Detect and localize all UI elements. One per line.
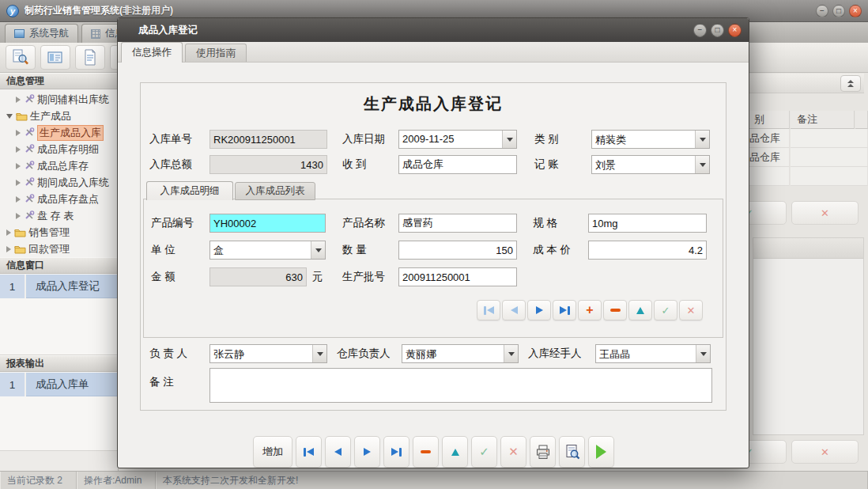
document-button[interactable] (75, 45, 105, 70)
inbound-date-select[interactable]: 2009-11-25 (398, 130, 517, 149)
dropdown-button[interactable] (502, 131, 516, 148)
info-card-icon (47, 50, 64, 66)
spec-field[interactable] (588, 214, 707, 233)
bg-table-header-remark: 备注 (791, 111, 855, 129)
add-button[interactable]: 增加 (253, 436, 292, 468)
add-record-button[interactable]: + (578, 300, 602, 320)
expand-icon[interactable] (16, 163, 21, 169)
batch-field[interactable] (398, 267, 517, 286)
expand-icon[interactable] (16, 213, 21, 219)
expand-icon[interactable] (16, 97, 21, 103)
expand-icon[interactable] (16, 146, 21, 153)
tree-item-stock-detail[interactable]: 成品库存明细 (0, 141, 119, 157)
category-select[interactable]: 精装类 (591, 130, 710, 149)
nav-prev-button[interactable] (502, 300, 526, 320)
row-label: 成品入库登记 (26, 275, 119, 298)
tree-item-inventory-table[interactable]: 盘 存 表 (0, 207, 119, 224)
expand-icon[interactable] (6, 229, 11, 236)
dropdown-button[interactable] (695, 131, 709, 148)
info-window-row[interactable]: 1 成品入库登记 (0, 275, 119, 298)
print-button[interactable] (530, 436, 556, 468)
tree-item-period-inbound-stat[interactable]: 期间成品入库统 (0, 174, 119, 191)
amount-field[interactable] (209, 267, 307, 286)
tree-item-period-aux-out[interactable]: 期间辅料出库统 (0, 91, 119, 108)
bookkeeper-select[interactable]: 刘景 (591, 155, 710, 174)
main-maximize-button[interactable]: □ (832, 5, 845, 17)
cancel-button[interactable]: ✕ (500, 436, 526, 468)
dropdown-button[interactable] (312, 345, 326, 362)
collapse-panel-button[interactable] (840, 75, 861, 92)
run-button[interactable] (588, 436, 614, 468)
info-card-button[interactable] (40, 45, 70, 70)
prev-button[interactable] (325, 436, 351, 468)
tab-user-guide[interactable]: 使用指南 (185, 44, 247, 62)
delete-button[interactable] (413, 436, 439, 468)
nav-first-button[interactable] (477, 300, 500, 320)
nav-last-button[interactable] (553, 300, 576, 320)
tree-item-sales-mgmt[interactable]: 销售管理 (0, 224, 119, 241)
tree-item-finished-inbound[interactable]: 生产成品入库 (0, 124, 119, 141)
dialog-minimize-button[interactable]: − (693, 24, 707, 37)
dropdown-button[interactable] (695, 156, 709, 173)
warehouse-manager-label: 仓库负责人 (337, 344, 391, 363)
quantity-field[interactable] (398, 241, 517, 260)
dialog-toolbar: 增加 ✓ ✕ (253, 436, 614, 468)
tool-icon (24, 194, 35, 204)
dropdown-button[interactable] (504, 345, 518, 362)
warehouse-manager-select[interactable]: 黄丽娜 (402, 344, 519, 363)
tree-item-total-stock[interactable]: 成品总库存 (0, 157, 119, 174)
receive-field[interactable] (398, 155, 517, 174)
dropdown-button[interactable] (311, 241, 325, 259)
expand-icon[interactable] (6, 246, 11, 252)
tab-detail[interactable]: 入库成品明细 (146, 181, 233, 200)
bg-table-cell (791, 167, 868, 186)
dialog-maximize-button[interactable]: □ (711, 24, 724, 37)
expand-icon[interactable] (16, 180, 21, 186)
first-button[interactable] (296, 436, 322, 468)
collapse-icon[interactable] (6, 114, 13, 119)
total-amount-field[interactable] (209, 155, 327, 174)
remark-field[interactable] (209, 368, 712, 403)
dropdown-button[interactable] (696, 345, 710, 362)
main-minimize-button[interactable]: − (816, 5, 828, 17)
bg-cancel-button[interactable]: ✕ (791, 201, 859, 225)
tree-item-production-finished[interactable]: 生产成品 (0, 108, 119, 124)
manager-select[interactable]: 张云静 (209, 344, 327, 363)
print-preview-icon (564, 444, 580, 460)
folder-icon (14, 244, 26, 254)
category-value: 精装类 (592, 131, 695, 148)
expand-icon[interactable] (16, 196, 21, 203)
unit-select[interactable]: 盒 (209, 241, 326, 260)
nav-next-button[interactable] (527, 300, 551, 320)
order-no-field[interactable] (209, 130, 327, 149)
edit-button[interactable] (442, 436, 468, 468)
dialog-close-button[interactable]: × (728, 24, 742, 37)
manager-label: 负 责 人 (149, 344, 187, 363)
tab-list[interactable]: 入库成品列表 (235, 182, 315, 200)
cancel-record-button[interactable]: ✕ (679, 300, 703, 320)
main-close-button[interactable]: × (849, 5, 862, 17)
next-button[interactable] (354, 436, 380, 468)
tab-info-operation[interactable]: 信息操作 (121, 42, 183, 63)
print-preview-button[interactable] (559, 436, 585, 468)
tab-system-nav[interactable]: 系统导航 (5, 24, 78, 43)
tree-item-stock-check[interactable]: 成品库存盘点 (0, 191, 119, 207)
product-code-field[interactable] (209, 214, 326, 233)
delete-record-button[interactable] (603, 300, 627, 320)
handler-select[interactable]: 王晶晶 (595, 344, 711, 363)
confirm-record-button[interactable]: ✓ (654, 300, 677, 320)
save-button[interactable]: ✓ (471, 436, 497, 468)
category-label: 类 别 (534, 130, 559, 149)
product-name-field[interactable] (398, 214, 517, 233)
report-output-row[interactable]: 1 成品入库单 (0, 373, 119, 396)
cost-field[interactable] (588, 241, 707, 260)
search-button[interactable] (6, 45, 36, 70)
edit-record-button[interactable] (628, 300, 652, 320)
last-button[interactable] (383, 436, 409, 468)
cost-label: 成 本 价 (533, 241, 571, 260)
bg-cancel-button-2[interactable]: ✕ (791, 440, 859, 464)
statusbar: 当前记录数 2 操作者:Admin 本系统支持二次开发和全新开发! (0, 471, 868, 489)
chevron-down-icon (508, 352, 515, 356)
tree-item-payment-mgmt[interactable]: 回款管理 (0, 241, 119, 257)
expand-icon[interactable] (16, 130, 21, 136)
